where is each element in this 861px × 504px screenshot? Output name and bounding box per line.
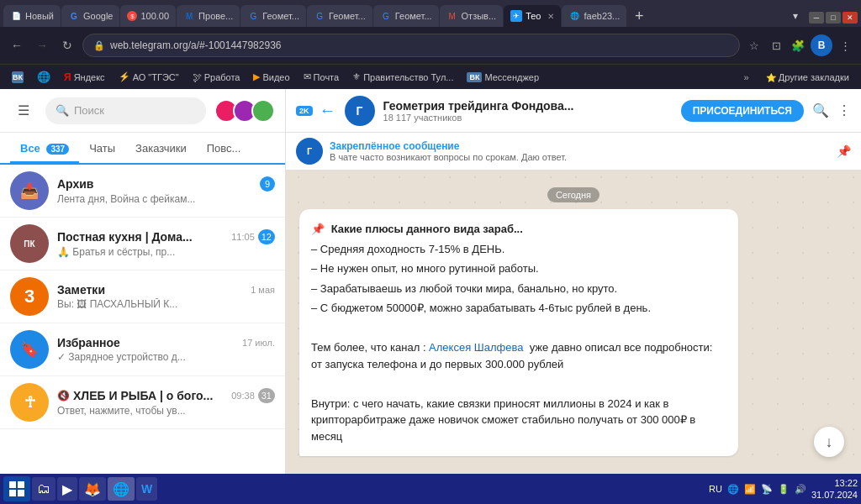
channel-link[interactable]: Алексея Шалфева: [429, 341, 523, 354]
tab-faeb[interactable]: 🌐 faeb23...: [562, 5, 626, 27]
bookmark-mail[interactable]: ✉ Почта: [298, 70, 345, 84]
tab-teo[interactable]: ✈ Тео ✕: [504, 5, 561, 27]
bookmark-work[interactable]: 🕊 Рработа: [188, 71, 246, 84]
pinned-message[interactable]: Г Закреплённое сообщение В чате часто во…: [286, 133, 861, 171]
bookmark-video[interactable]: ▶ Видео: [248, 70, 294, 84]
story-avatar-3[interactable]: [251, 99, 275, 123]
lock-icon: 🔒: [93, 40, 105, 51]
unread-count-badge: 337: [46, 144, 69, 155]
back-button[interactable]: ←: [320, 101, 336, 120]
saved-time: 17 июл.: [242, 338, 275, 348]
search-chat-button[interactable]: 🔍: [812, 102, 829, 118]
msg-line-2: – Не нужен опыт, но много рутинной работ…: [311, 260, 726, 277]
word-icon: W: [141, 482, 152, 496]
kitchen-info: Постная кухня | Дома... 11:05 12 🙏 Брать…: [57, 229, 275, 258]
pin-icon: 📌: [837, 144, 851, 158]
extensions-button[interactable]: 🧩: [789, 36, 807, 55]
messages-area[interactable]: Сегодня 📌 Какие плюсы данного вида зараб…: [286, 171, 861, 474]
chat-list: 📥 Архив 9 Лента дня, Война с фейкам... П…: [0, 165, 285, 474]
saved-info: Избранное 17 июл. ✓ Зарядное устройство …: [57, 336, 275, 363]
mute-icon: 🔇: [57, 390, 70, 402]
bookmarks-other-button[interactable]: ⭐ Другие закладки: [761, 71, 854, 84]
chat-item-archive[interactable]: 📥 Архив 9 Лента дня, Война с фейкам...: [0, 165, 285, 218]
taskbar-firefox-button[interactable]: 🦊: [79, 477, 106, 501]
minimize-button[interactable]: ─: [809, 12, 824, 24]
archive-avatar: 📥: [10, 171, 49, 210]
pinned-label: Закреплённое сообщение: [330, 140, 830, 152]
media-icon: ▶: [62, 481, 72, 497]
tab-close[interactable]: ✕: [547, 12, 554, 21]
tab-geo2[interactable]: G Геомет...: [307, 5, 372, 27]
tab-google[interactable]: G Google: [61, 5, 119, 27]
pinned-avatar: Г: [296, 138, 323, 165]
taskbar-word-button[interactable]: W: [136, 477, 157, 501]
tab-otziv[interactable]: M Отзыв...: [440, 5, 504, 27]
notes-name: Заметки: [57, 283, 105, 297]
kitchen-avatar: ПК: [10, 224, 49, 263]
start-button[interactable]: [3, 476, 30, 501]
filter-tab-chats[interactable]: Чаты: [79, 135, 125, 161]
pin-emoji: 📌: [311, 223, 325, 235]
bookmark-globe[interactable]: 🌐: [32, 69, 55, 85]
bookmark-yandex[interactable]: Я Яндекс: [59, 70, 110, 85]
msg-line-1: – Средняя доходность 7-15% в ДЕНЬ.: [311, 241, 726, 258]
chat-item-saved[interactable]: 🔖 Избранное 17 июл. ✓ Зарядное устройств…: [0, 323, 285, 376]
tab-geo3[interactable]: G Геомет...: [373, 5, 439, 27]
back-button[interactable]: ←: [7, 35, 27, 55]
tab-new[interactable]: 📄 Новый: [3, 5, 61, 27]
msg-line-3: – Зарабатываешь из любой точки мира, бан…: [311, 281, 726, 297]
hamburger-menu-button[interactable]: ☰: [10, 97, 37, 124]
kitchen-preview: 🙏 Братья и сёстры, пр...: [57, 246, 275, 258]
bookmark-govt[interactable]: ⚜ Правительство Тул...: [347, 70, 458, 84]
tab-search-button[interactable]: ⊡: [767, 36, 785, 55]
chat-item-kitchen[interactable]: ПК Постная кухня | Дома... 11:05 12 🙏 Бр…: [0, 218, 285, 270]
2k-badge: 2K: [296, 106, 313, 116]
bread-preview: Ответ, нажмите, чтобы ув...: [57, 405, 275, 417]
svg-rect-1: [18, 481, 24, 488]
join-button[interactable]: ПРИСОЕДИНИТЬСЯ: [681, 100, 804, 122]
stories-avatars[interactable]: [214, 99, 275, 123]
taskbar-explorer-button[interactable]: 🗂: [32, 477, 55, 501]
filter-tab-other[interactable]: Повс...: [197, 135, 251, 161]
tab-scroll-button[interactable]: ▾: [786, 5, 805, 27]
bookmark-messenger[interactable]: ВК Мессенджер: [462, 71, 544, 84]
taskbar-chrome-button[interactable]: 🌐: [108, 477, 135, 501]
tab-bar: 📄 Новый G Google $ 100.00 M Прове... G Г…: [0, 0, 861, 27]
maximize-button[interactable]: □: [826, 12, 841, 24]
archive-name: Архив: [57, 177, 93, 191]
chrome-tray-icon: 🌐: [727, 484, 739, 495]
chat-item-bread[interactable]: ☥ 🔇 ХЛЕБ И РЫБА | о бого... 09:38 31: [0, 376, 285, 429]
tab-100[interactable]: $ 100.00: [120, 5, 176, 27]
archive-info: Архив 9 Лента дня, Война с фейкам...: [57, 176, 275, 205]
chat-item-notes[interactable]: 3 Заметки 1 мая Вы: 🖼 ПАСХАЛЬНЫЙ К...: [0, 270, 285, 323]
filter-tab-clients[interactable]: Заказчики: [125, 135, 197, 161]
tab-geo1[interactable]: G Геомет...: [240, 5, 306, 27]
search-icon: 🔍: [55, 104, 69, 117]
taskbar-media-button[interactable]: ▶: [57, 477, 77, 501]
language-indicator: RU: [709, 484, 722, 494]
chrome-icon: 🌐: [113, 481, 129, 497]
profile-button[interactable]: В: [811, 34, 832, 56]
forward-button[interactable]: →: [32, 35, 52, 55]
pinned-preview: В чате часто возникают вопросы по срокам…: [330, 152, 830, 162]
tab-prove[interactable]: M Прове...: [177, 5, 240, 27]
kitchen-time: 11:05: [231, 232, 255, 242]
more-menu-button[interactable]: ⋮: [836, 36, 854, 55]
channel-name: Геометрия трейдинга Фондова...: [383, 99, 673, 113]
bookmark-star-button[interactable]: ☆: [745, 36, 763, 55]
refresh-button[interactable]: ↻: [57, 35, 77, 55]
new-tab-button[interactable]: +: [627, 5, 651, 27]
address-text: web.telegram.org/a/#-1001447982936: [110, 39, 281, 51]
bookmarks-more-button[interactable]: »: [739, 71, 754, 84]
msg-line-6: Тем более, что канал : Алексея Шалфева у…: [311, 339, 726, 372]
bookmark-vk[interactable]: ВК: [7, 70, 29, 85]
tg-search-box[interactable]: 🔍 Поиск: [45, 97, 206, 124]
clock-date: 31.07.2024: [811, 489, 858, 501]
message-bubble: 📌 Какие плюсы данного вида зараб... – Ср…: [299, 209, 738, 456]
scroll-down-button[interactable]: ↓: [814, 427, 844, 457]
bookmark-tges[interactable]: ⚡ АО "ТГЭС": [114, 70, 184, 84]
close-button[interactable]: ✕: [843, 12, 858, 24]
more-options-button[interactable]: ⋮: [837, 102, 851, 118]
address-input[interactable]: 🔒 web.telegram.org/a/#-1001447982936: [82, 34, 740, 57]
filter-tab-all[interactable]: Все 337: [10, 135, 79, 163]
